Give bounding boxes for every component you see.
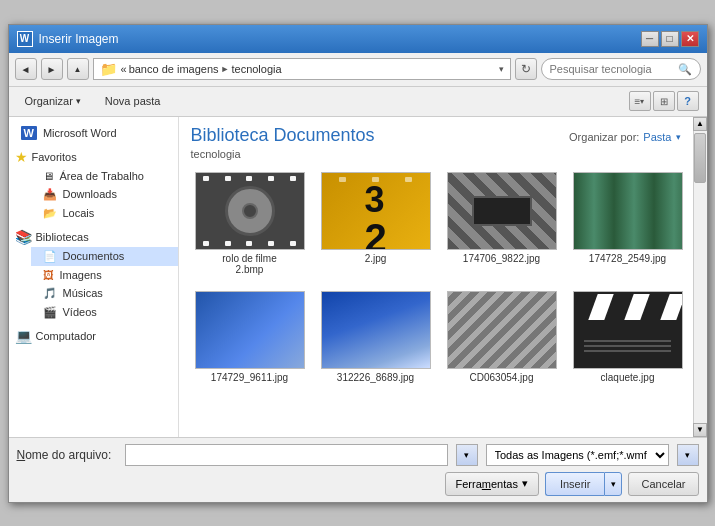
dialog-window: W Inserir Imagem ─ □ ✕ ◄ ► ▲ 📁 « banco d…	[8, 24, 708, 503]
file-area-header: Biblioteca Documentos tecnologia Organiz…	[179, 117, 693, 164]
file-item-cd[interactable]: CD063054.jpg	[443, 287, 561, 387]
scroll-down-button[interactable]: ▼	[693, 423, 707, 437]
sidebar-item-word[interactable]: W Microsoft Word	[9, 123, 178, 143]
file-thumb-cd	[447, 291, 557, 369]
forward-button[interactable]: ►	[41, 58, 63, 80]
computer-label: Computador	[36, 330, 97, 342]
filmhole	[246, 176, 252, 181]
search-icon: 🔍	[678, 63, 692, 76]
filename-dropdown-button[interactable]: ▾	[456, 444, 478, 466]
claquete-visual	[574, 292, 682, 368]
scroll-thumb[interactable]	[694, 133, 706, 183]
images-icon: 🖼	[43, 269, 54, 281]
sidebar-section-computer[interactable]: 💻 Computador	[9, 322, 178, 346]
file-thumb-174729	[195, 291, 305, 369]
film-center	[472, 196, 532, 226]
filename-input[interactable]	[125, 444, 448, 466]
file-name-cd: CD063054.jpg	[470, 372, 534, 383]
num2-text: 32	[364, 182, 386, 250]
sidebar-downloads-label: Downloads	[63, 188, 117, 200]
filmhole	[339, 177, 346, 182]
film-visual-174728	[574, 173, 682, 249]
path-dropdown-arrow[interactable]: ▾	[499, 64, 504, 74]
file-item-2jpg[interactable]: 32 2.jpg	[317, 168, 435, 279]
organize-arrow: ▾	[76, 96, 81, 106]
scroll-up-button[interactable]: ▲	[693, 117, 707, 131]
claquete-top	[574, 292, 682, 322]
path-box[interactable]: 📁 « banco de imagens ► tecnologia ▾	[93, 58, 511, 80]
help-button[interactable]: ?	[677, 91, 699, 111]
file-item-claquete[interactable]: claquete.jpg	[569, 287, 687, 387]
sidebar-item-desktop[interactable]: 🖥 Área de Trabalho	[31, 167, 178, 185]
film-visual-174706	[448, 173, 556, 249]
up-button[interactable]: ▲	[67, 58, 89, 80]
sidebar-word-label: Microsoft Word	[43, 127, 117, 139]
filename-label: Nome do arquivo:	[17, 448, 117, 462]
filmhole	[290, 176, 296, 181]
file-item-312226[interactable]: 312226_8689.jpg	[317, 287, 435, 387]
sidebar-item-local[interactable]: 📂 Locais	[31, 204, 178, 223]
organize-by-value[interactable]: Pasta	[643, 131, 671, 143]
filmhole	[405, 177, 412, 182]
search-box[interactable]: 🔍	[541, 58, 701, 80]
claquete-line	[584, 345, 670, 347]
close-button[interactable]: ✕	[681, 31, 699, 47]
organize-by-label: Organizar por:	[569, 131, 639, 143]
back-button[interactable]: ◄	[15, 58, 37, 80]
sidebar: W Microsoft Word ★ Favoritos 🖥 Área de T…	[9, 117, 179, 437]
file-item-filmreel[interactable]: rolo de filme2.bmp	[191, 168, 309, 279]
insert-dropdown-button[interactable]: ▾	[604, 472, 622, 496]
filmhole	[203, 241, 209, 246]
breadcrumb-part1: «	[121, 63, 127, 75]
file-name-174728: 174728_2549.jpg	[589, 253, 666, 264]
search-input[interactable]	[550, 63, 674, 75]
file-item-174706[interactable]: 174706_9822.jpg	[443, 168, 561, 279]
organize-by-arrow: ▾	[676, 132, 681, 142]
address-bar: ◄ ► ▲ 📁 « banco de imagens ► tecnologia …	[9, 53, 707, 87]
sidebar-section-libraries[interactable]: 📚 Bibliotecas	[9, 223, 178, 247]
tools-button[interactable]: Ferramentas ▾	[445, 472, 539, 496]
music-icon: 🎵	[43, 287, 57, 300]
sidebar-item-downloads[interactable]: 📥 Downloads	[31, 185, 178, 204]
maximize-button[interactable]: □	[661, 31, 679, 47]
favorites-label: Favoritos	[32, 151, 77, 163]
new-folder-button[interactable]: Nova pasta	[97, 93, 169, 109]
filetype-dropdown-button[interactable]: ▾	[677, 444, 699, 466]
sidebar-documents-label: Documentos	[63, 250, 125, 262]
sidebar-item-documents[interactable]: 📄 Documentos	[31, 247, 178, 266]
file-item-174729[interactable]: 174729_9611.jpg	[191, 287, 309, 387]
large-icons-button[interactable]: ⊞	[653, 91, 675, 111]
view-toggle-button[interactable]: ≡ ▾	[629, 91, 651, 111]
file-name-174729: 174729_9611.jpg	[211, 372, 288, 383]
cancel-button[interactable]: Cancelar	[628, 472, 698, 496]
computer-icon: 💻	[15, 328, 32, 344]
view-icons: ≡ ▾ ⊞ ?	[629, 91, 699, 111]
claquete-lines	[584, 340, 670, 352]
insert-button-group: Inserir ▾	[545, 472, 623, 496]
minimize-button[interactable]: ─	[641, 31, 659, 47]
filmhole	[246, 241, 252, 246]
filmhole	[203, 176, 209, 181]
sidebar-section-favorites[interactable]: ★ Favoritos	[9, 143, 178, 167]
filetype-select[interactable]: Todas as Imagens (*.emf;*.wmf	[486, 444, 669, 466]
libraries-icon: 📚	[15, 229, 32, 245]
organize-button[interactable]: Organizar ▾	[17, 93, 89, 109]
film-visual-cd	[448, 292, 556, 368]
vertical-scrollbar[interactable]: ▲ ▼	[693, 117, 707, 437]
file-thumb-2jpg: 32	[321, 172, 431, 250]
insert-button[interactable]: Inserir	[545, 472, 605, 496]
library-subtitle: tecnologia	[191, 148, 375, 160]
film-visual-174729	[196, 292, 304, 368]
file-item-174728[interactable]: 174728_2549.jpg	[569, 168, 687, 279]
organize-by[interactable]: Organizar por: Pasta ▾	[569, 131, 680, 143]
toolbar: Organizar ▾ Nova pasta ≡ ▾ ⊞ ?	[9, 87, 707, 117]
main-content: W Microsoft Word ★ Favoritos 🖥 Área de T…	[9, 117, 707, 437]
filmhole	[290, 241, 296, 246]
documents-icon: 📄	[43, 250, 57, 263]
sidebar-item-music[interactable]: 🎵 Músicas	[31, 284, 178, 303]
sidebar-item-videos[interactable]: 🎬 Vídeos	[31, 303, 178, 322]
sidebar-item-images[interactable]: 🖼 Imagens	[31, 266, 178, 284]
filename-row: Nome do arquivo: ▾ Todas as Imagens (*.e…	[17, 444, 699, 466]
sidebar-videos-label: Vídeos	[63, 306, 97, 318]
refresh-button[interactable]: ↻	[515, 58, 537, 80]
